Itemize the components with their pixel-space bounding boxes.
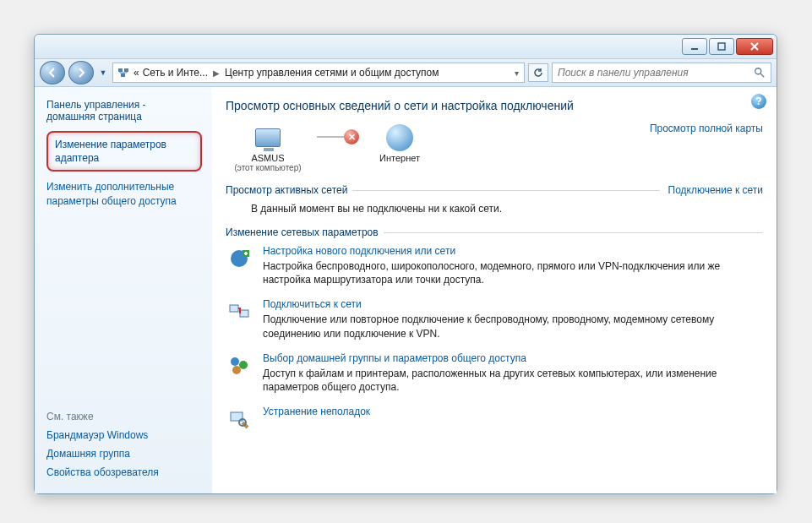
node-this-pc[interactable]: ASMUS (этот компьютер) [226,123,310,172]
address-dropdown[interactable]: ▾ [513,68,520,78]
page-title: Просмотр основных сведений о сети и наст… [226,99,763,112]
troubleshoot-icon [226,406,253,433]
address-box[interactable]: « Сеть и Инте... ▶ Центр управления сетя… [112,63,525,83]
active-networks-section: Просмотр активных сетей Подключение к се… [226,184,763,215]
option-troubleshoot[interactable]: Устранение неполадок [226,406,763,433]
sidebar-link-adapter-settings[interactable]: Изменение параметров адаптера [46,131,202,172]
search-icon [754,67,766,79]
close-button[interactable] [736,38,773,55]
change-settings-section: Изменение сетевых параметров Настройка н… [226,226,763,433]
network-map-strip: ASMUS (этот компьютер) ✕ Интернет Просмо… [226,123,763,172]
recent-dropdown[interactable]: ▼ [97,64,109,81]
search-input[interactable] [558,67,750,79]
svg-rect-14 [240,310,248,317]
sidebar-home-link[interactable]: Панель управления - домашняя страница [46,99,202,123]
new-connection-icon [226,245,253,272]
window: ▼ « Сеть и Инте... ▶ Центр управления се… [34,34,777,494]
option-connect-network[interactable]: Подключиться к сети Подключение или повт… [226,298,763,340]
svg-point-17 [232,366,241,374]
sidebar: Панель управления - домашняя страница Из… [35,87,212,493]
back-button[interactable] [40,61,65,84]
connect-to-network-link[interactable]: Подключение к сети [668,184,763,196]
node-internet[interactable]: Интернет [357,123,442,163]
change-settings-header: Изменение сетевых параметров [226,226,379,238]
chevron-right-icon: ▶ [211,68,221,78]
minimize-button[interactable] [682,38,707,55]
breadcrumb-root-hint: « [134,67,139,79]
network-center-icon [117,66,130,79]
see-also-section: См. также Брандмауэр Windows Домашняя гр… [46,411,202,485]
active-networks-body: В данный момент вы не подключены ни к ка… [226,196,763,215]
active-networks-header: Просмотр активных сетей [226,184,347,196]
svg-rect-6 [121,74,125,77]
refresh-button[interactable] [528,63,548,82]
content-body: Панель управления - домашняя страница Из… [35,87,777,493]
connection-error-icon: ✕ [344,129,359,144]
computer-icon [253,123,283,153]
main-panel: ? Просмотр основных сведений о сети и на… [212,87,777,493]
svg-rect-4 [118,68,123,72]
option-homegroup-sharing[interactable]: Выбор домашней группы и параметров общег… [226,352,763,394]
svg-rect-1 [718,43,725,50]
see-also-header: См. также [46,411,202,422]
full-map-link[interactable]: Просмотр полной карты [650,123,763,134]
see-also-internet-options[interactable]: Свойства обозревателя [46,466,202,478]
svg-point-7 [755,68,761,74]
breadcrumb-item-1[interactable]: Сеть и Инте... [143,67,208,79]
svg-point-15 [231,357,239,366]
see-also-firewall[interactable]: Брандмауэр Windows [46,429,202,441]
search-box[interactable] [552,63,771,83]
maximize-button[interactable] [709,38,734,55]
svg-point-16 [239,361,248,369]
homegroup-icon [226,352,253,379]
connection-line: ✕ [317,136,351,138]
titlebar [35,35,777,58]
svg-rect-5 [124,68,128,72]
breadcrumb-item-2[interactable]: Центр управления сетями и общим доступом [225,67,439,79]
connect-network-icon [226,298,253,325]
help-icon[interactable]: ? [751,94,766,109]
svg-rect-13 [230,305,238,312]
forward-button[interactable] [68,61,94,84]
globe-icon [384,123,415,153]
address-bar-row: ▼ « Сеть и Инте... ▶ Центр управления се… [35,58,777,87]
option-new-connection[interactable]: Настройка нового подключения или сети На… [226,245,763,286]
sidebar-link-advanced-sharing[interactable]: Изменить дополнительные параметры общего… [46,180,202,207]
see-also-homegroup[interactable]: Домашняя группа [46,448,202,460]
svg-line-8 [760,74,764,77]
